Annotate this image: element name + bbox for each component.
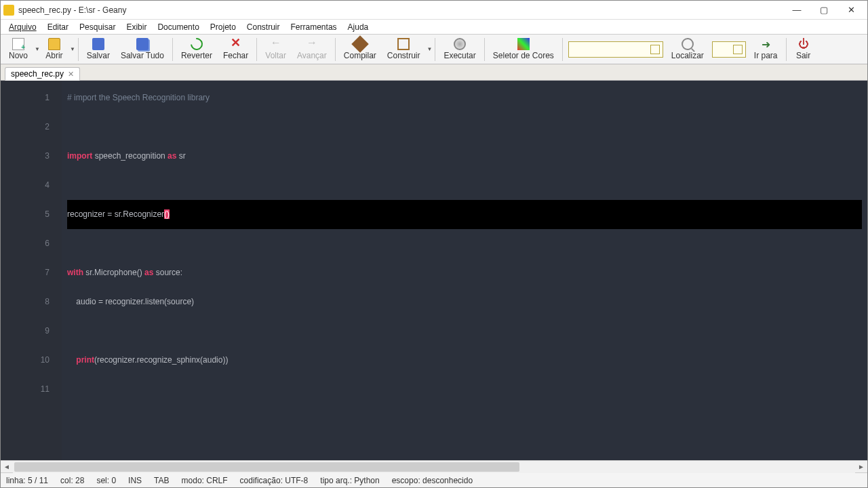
back-button[interactable]: ←Voltar <box>260 37 292 62</box>
app-icon <box>3 5 14 16</box>
arrow-left-icon: ← <box>270 38 282 50</box>
status-filetype: tipo arq.: Python <box>320 476 379 485</box>
tab-label: speech_rec.py <box>11 69 64 79</box>
menu-editar[interactable]: Editar <box>42 21 74 33</box>
code-line[interactable]: print(recognizer.recognize_sphinx(audio)… <box>67 346 862 375</box>
minimize-button[interactable]: ― <box>783 1 810 19</box>
close-icon: ✕ <box>230 38 242 50</box>
code-line[interactable]: # import the Speech Recognition library <box>67 83 862 113</box>
toolbar-separator <box>562 38 563 61</box>
code-line[interactable]: audio = recognizer.listen(source) <box>67 287 862 317</box>
window-title: speech_rec.py - E:\sr - Geany <box>18 5 783 15</box>
find-button[interactable]: Localizar <box>666 37 709 62</box>
toolbar-separator <box>786 38 787 61</box>
status-col: col: 28 <box>60 476 84 485</box>
open-button[interactable]: Abrir <box>40 37 68 62</box>
line-number: 7 <box>3 258 50 287</box>
search-icon <box>682 38 694 50</box>
statusbar: linha: 5 / 11 col: 28 sel: 0 INS TAB mod… <box>1 472 867 487</box>
status-sel: sel: 0 <box>96 476 116 485</box>
menu-exibir[interactable]: Exibir <box>121 21 152 33</box>
toolbar-separator <box>78 38 79 61</box>
window-titlebar: speech_rec.py - E:\sr - Geany ― ▢ ✕ <box>1 1 867 20</box>
status-mode: modo: CRLF <box>182 476 228 485</box>
build-dropdown-icon[interactable]: ▼ <box>427 46 433 52</box>
search-field[interactable] <box>568 41 663 58</box>
execute-button[interactable]: Executar <box>438 37 481 62</box>
goto-icon: ➜ <box>760 38 772 50</box>
tabbar: speech_rec.py ✕ <box>1 64 867 81</box>
open-dropdown-icon[interactable]: ▼ <box>70 46 75 52</box>
close-window-button[interactable]: ✕ <box>837 1 865 19</box>
code-line[interactable] <box>67 113 862 142</box>
line-number: 5 <box>3 200 50 229</box>
line-number: 8 <box>3 287 50 317</box>
code-line[interactable]: with sr.Microphone() as source: <box>67 258 862 287</box>
new-button[interactable]: Novo <box>3 37 33 62</box>
line-number: 4 <box>3 171 50 200</box>
toolbar-separator <box>172 38 173 61</box>
status-scope: escopo: desconhecido <box>392 476 473 485</box>
menu-pesquisar[interactable]: Pesquisar <box>74 21 121 33</box>
code-area[interactable]: # import the Speech Recognition library … <box>62 81 867 460</box>
revert-button[interactable]: Reverter <box>176 37 218 62</box>
toolbar-separator <box>484 38 485 61</box>
compile-icon <box>351 35 368 52</box>
toolbar-separator <box>435 38 435 61</box>
file-tab-active[interactable]: speech_rec.py ✕ <box>5 67 80 81</box>
menu-documento[interactable]: Documento <box>152 21 204 33</box>
scroll-track[interactable] <box>13 461 855 473</box>
menu-construir[interactable]: Construir <box>241 21 285 33</box>
scroll-right-icon[interactable]: ► <box>855 461 867 473</box>
quit-button[interactable]: ⏻Sair <box>789 37 818 62</box>
scroll-thumb[interactable] <box>14 462 519 472</box>
goto-button[interactable]: ➜Ir para <box>749 37 783 62</box>
tab-close-icon[interactable]: ✕ <box>68 70 74 79</box>
line-number: 9 <box>3 317 50 346</box>
code-line[interactable] <box>67 375 862 404</box>
horizontal-scrollbar[interactable]: ◄ ► <box>1 460 867 472</box>
goto-field[interactable] <box>712 41 746 58</box>
color-picker-button[interactable]: Seletor de Cores <box>488 37 559 62</box>
forward-button[interactable]: →Avançar <box>292 37 332 62</box>
code-line[interactable] <box>67 317 862 346</box>
menu-ajuda[interactable]: Ajuda <box>342 21 374 33</box>
code-line[interactable] <box>67 171 862 200</box>
toolbar: Novo ▼ Abrir ▼ Salvar Salvar Tudo Revert… <box>1 35 867 64</box>
compile-button[interactable]: Compilar <box>338 37 382 62</box>
menu-projeto[interactable]: Projeto <box>205 21 241 33</box>
quit-icon: ⏻ <box>797 38 810 50</box>
code-line[interactable]: import speech_recognition as sr <box>67 142 862 171</box>
save-button[interactable]: Salvar <box>81 37 115 62</box>
menubar: Arquivo Editar Pesquisar Exibir Document… <box>1 20 867 35</box>
toolbar-separator <box>256 38 257 61</box>
new-dropdown-icon[interactable]: ▼ <box>35 46 40 52</box>
close-button[interactable]: ✕Fechar <box>218 37 254 62</box>
status-encoding: codificação: UTF-8 <box>240 476 309 485</box>
revert-icon <box>188 35 205 52</box>
menu-ferramentas[interactable]: Ferramentas <box>285 21 342 33</box>
maximize-button[interactable]: ▢ <box>810 1 837 19</box>
save-all-button[interactable]: Salvar Tudo <box>115 37 170 62</box>
page-icon <box>733 45 743 54</box>
line-number: 3 <box>3 142 50 171</box>
line-number: 11 <box>3 375 50 404</box>
line-number: 2 <box>3 113 50 142</box>
status-tab: TAB <box>154 476 169 485</box>
code-line[interactable] <box>67 229 862 258</box>
folder-open-icon <box>48 38 60 50</box>
palette-icon <box>517 38 530 50</box>
line-number: 1 <box>3 83 50 113</box>
execute-icon <box>454 38 466 50</box>
page-icon <box>650 45 660 54</box>
build-button[interactable]: Construir <box>382 37 426 62</box>
line-number-gutter: 1234567891011 <box>1 81 62 460</box>
build-icon <box>397 38 410 50</box>
save-icon <box>92 38 104 50</box>
code-line[interactable]: recognizer = sr.Recognizer() <box>67 200 862 229</box>
save-all-icon <box>136 38 149 50</box>
scroll-left-icon[interactable]: ◄ <box>1 461 13 473</box>
status-ins: INS <box>128 476 142 485</box>
menu-arquivo[interactable]: Arquivo <box>3 21 42 33</box>
editor[interactable]: 1234567891011 # import the Speech Recogn… <box>1 81 867 460</box>
